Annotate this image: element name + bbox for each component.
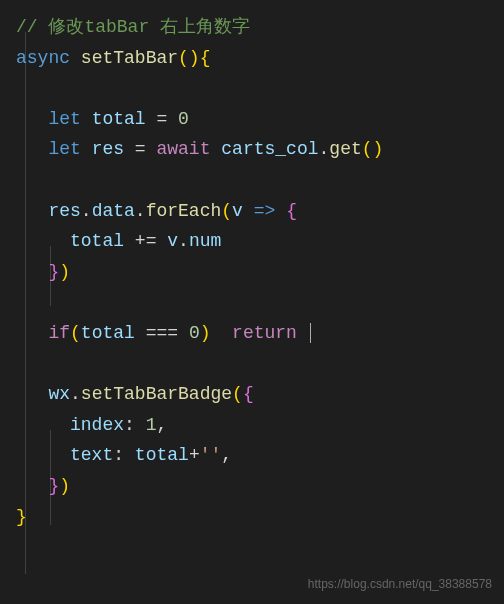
code-line: total += v.num (16, 226, 488, 257)
keyword-let: let (48, 139, 80, 159)
keyword-if: if (48, 323, 70, 343)
operator: += (135, 231, 157, 251)
code-line: text: total+'', (16, 440, 488, 471)
code-line: } (16, 502, 488, 533)
operator: === (146, 323, 178, 343)
dot: . (70, 384, 81, 404)
var-total: total (135, 445, 189, 465)
code-line: res.data.forEach(v => { (16, 196, 488, 227)
paren: ) (200, 323, 211, 343)
param-v: v (232, 201, 243, 221)
dot: . (81, 201, 92, 221)
code-line: }) (16, 471, 488, 502)
brace: } (48, 262, 59, 282)
method-settabbarbadge: setTabBarBadge (81, 384, 232, 404)
var-res: res (92, 139, 124, 159)
function-name: setTabBar (81, 48, 178, 68)
colon: : (124, 415, 135, 435)
brace: { (243, 384, 254, 404)
code-line (16, 73, 488, 104)
code-line (16, 287, 488, 318)
method-get: get (329, 139, 361, 159)
code-line: async setTabBar(){ (16, 43, 488, 74)
paren: ) (59, 476, 70, 496)
operator: = (156, 109, 167, 129)
code-line (16, 165, 488, 196)
code-line: let total = 0 (16, 104, 488, 135)
comma: , (156, 415, 167, 435)
operator: = (135, 139, 146, 159)
brace: { (200, 48, 211, 68)
dot: . (319, 139, 330, 159)
comma: , (221, 445, 232, 465)
paren: ( (362, 139, 373, 159)
var-v: v (167, 231, 178, 251)
paren: ) (373, 139, 384, 159)
number: 1 (146, 415, 157, 435)
code-line (16, 349, 488, 380)
arrow: => (254, 201, 276, 221)
paren: ( (221, 201, 232, 221)
brace: } (16, 507, 27, 527)
keyword-async: async (16, 48, 70, 68)
prop-data: data (92, 201, 135, 221)
dot: . (178, 231, 189, 251)
var-total: total (81, 323, 135, 343)
watermark: https://blog.csdn.net/qq_38388578 (308, 574, 492, 594)
method-foreach: forEach (146, 201, 222, 221)
paren: ) (189, 48, 200, 68)
paren: ) (59, 262, 70, 282)
code-line: // 修改tabBar 右上角数字 (16, 12, 488, 43)
code-line: index: 1, (16, 410, 488, 441)
var-res: res (48, 201, 80, 221)
prop-num: num (189, 231, 221, 251)
operator: + (189, 445, 200, 465)
keyword-await: await (156, 139, 210, 159)
code-line: if(total === 0) return (16, 318, 488, 349)
cursor-icon (310, 323, 311, 343)
prop-index: index (70, 415, 124, 435)
string: '' (200, 445, 222, 465)
keyword-let: let (48, 109, 80, 129)
dot: . (135, 201, 146, 221)
brace: } (48, 476, 59, 496)
var-carts-col: carts_col (221, 139, 318, 159)
var-total: total (70, 231, 124, 251)
var-wx: wx (48, 384, 70, 404)
colon: : (113, 445, 124, 465)
code-line: let res = await carts_col.get() (16, 134, 488, 165)
number: 0 (189, 323, 200, 343)
paren: ( (70, 323, 81, 343)
code-editor[interactable]: // 修改tabBar 右上角数字 async setTabBar(){ let… (16, 12, 488, 532)
brace: { (286, 201, 297, 221)
code-line: wx.setTabBarBadge({ (16, 379, 488, 410)
prop-text: text (70, 445, 113, 465)
number: 0 (178, 109, 189, 129)
keyword-return: return (232, 323, 297, 343)
var-total: total (92, 109, 146, 129)
code-line: }) (16, 257, 488, 288)
paren: ( (178, 48, 189, 68)
comment: // 修改tabBar 右上角数字 (16, 17, 250, 37)
paren: ( (232, 384, 243, 404)
